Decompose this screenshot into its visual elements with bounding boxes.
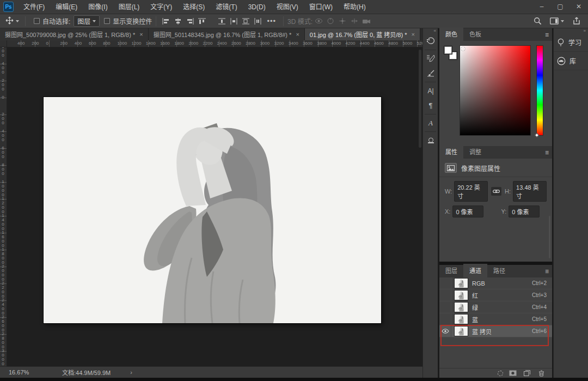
- align-right-icon[interactable]: [184, 16, 196, 27]
- close-icon[interactable]: ×: [412, 31, 415, 38]
- more-options-icon[interactable]: •••: [264, 17, 279, 25]
- status-bar: 16.67% 文档:44.9M/59.9M ›: [0, 366, 422, 378]
- visibility-toggle[interactable]: [439, 325, 451, 337]
- menu-item[interactable]: 编辑(E): [50, 0, 83, 14]
- distribute-vertical-icon[interactable]: [252, 16, 264, 27]
- panel-menu-icon[interactable]: ≡: [545, 268, 549, 275]
- expand-dock-chevron[interactable]: «: [423, 28, 438, 34]
- load-selection-icon[interactable]: [498, 371, 503, 376]
- document-tab[interactable]: 01.jpg @ 16.7% (图层 0, 蓝 拷贝/8) * ×: [305, 28, 420, 40]
- history-panel-icon[interactable]: [423, 34, 438, 49]
- tab-channels[interactable]: 通道: [463, 264, 487, 277]
- visibility-toggle[interactable]: [439, 301, 451, 313]
- align-left-icon[interactable]: [160, 16, 172, 27]
- clone-source-panel-icon[interactable]: [423, 133, 438, 148]
- libraries-panel-button[interactable]: 库: [554, 52, 588, 70]
- show-transform-checkbox[interactable]: [104, 18, 110, 24]
- align-center-horizontal-icon[interactable]: [172, 16, 184, 27]
- visibility-toggle[interactable]: [439, 277, 451, 289]
- tab-color[interactable]: 颜色: [439, 27, 463, 41]
- separator: [156, 16, 156, 26]
- menu-item[interactable]: 选择(S): [177, 0, 210, 14]
- menu-item[interactable]: 图层(L): [113, 0, 145, 14]
- width-field[interactable]: 20.22 英寸: [454, 181, 488, 202]
- tab-paths[interactable]: 路径: [487, 264, 511, 277]
- move-tool-chip[interactable]: [0, 16, 21, 26]
- tab-layers[interactable]: 图层: [439, 264, 463, 277]
- foreground-color-swatch[interactable]: [444, 46, 452, 55]
- channel-row[interactable]: 绿 Ctrl+4: [439, 301, 552, 313]
- panel-menu-icon[interactable]: ≡: [545, 31, 549, 39]
- pasteboard[interactable]: [7, 47, 422, 366]
- brush-settings-panel-icon[interactable]: [423, 51, 438, 66]
- saturation-brightness-picker[interactable]: [460, 45, 531, 136]
- ruler-label: 600: [1, 146, 5, 159]
- paragraph-panel-icon[interactable]: ¶: [423, 98, 438, 113]
- document-canvas[interactable]: [44, 97, 381, 323]
- ruler-label: 0: [46, 41, 48, 46]
- auto-select-checkbox[interactable]: [34, 18, 40, 24]
- visibility-toggle[interactable]: [439, 313, 451, 325]
- properties-scrollbar[interactable]: [549, 216, 550, 258]
- glyphs-panel-icon[interactable]: A: [423, 116, 438, 130]
- hue-slider-marker[interactable]: [535, 133, 539, 137]
- auto-select-dropdown[interactable]: 图层: [74, 15, 100, 27]
- status-menu-chevron-icon[interactable]: ›: [130, 369, 132, 376]
- distribute-bottom-icon[interactable]: [240, 16, 252, 27]
- horizontal-ruler[interactable]: 4002000200400600800100012001400160018002…: [7, 40, 422, 47]
- menu-item[interactable]: 视图(V): [271, 0, 304, 14]
- y-label: Y:: [501, 208, 506, 215]
- menu-item[interactable]: 滤镜(T): [210, 0, 242, 14]
- hue-slider[interactable]: [536, 45, 543, 136]
- menu-item[interactable]: 文件(F): [18, 0, 50, 14]
- maximize-button[interactable]: ▢: [551, 0, 569, 14]
- document-tab[interactable]: 摄图网_500799008.jpg @ 25% (图层 1, RGB/8) * …: [0, 28, 149, 40]
- channel-row[interactable]: 红 Ctrl+3: [439, 289, 552, 301]
- height-field[interactable]: 13.48 英寸: [513, 181, 547, 202]
- link-dimensions-icon[interactable]: [491, 187, 501, 196]
- close-icon[interactable]: ×: [139, 31, 143, 38]
- share-icon[interactable]: [571, 16, 583, 27]
- minimize-button[interactable]: –: [532, 0, 551, 14]
- new-channel-icon[interactable]: [523, 370, 531, 377]
- tab-properties[interactable]: 属性: [439, 145, 463, 159]
- canvas-scrollbar[interactable]: [419, 50, 421, 148]
- zoom-level-field[interactable]: 16.67%: [9, 369, 47, 376]
- brushes-panel-icon[interactable]: [423, 66, 438, 81]
- channel-row[interactable]: 蓝 Ctrl+5: [439, 313, 552, 325]
- close-button[interactable]: ✕: [569, 0, 588, 14]
- y-field[interactable]: 0 像素: [509, 205, 540, 217]
- x-field[interactable]: 0 像素: [452, 205, 483, 217]
- document-tab[interactable]: 摄图网_501148345.jpg @ 16.7% (图层 1, RGB/8#)…: [149, 28, 305, 40]
- channel-row[interactable]: 蓝 拷贝 Ctrl+6: [439, 325, 552, 337]
- vertical-ruler[interactable]: 6004002000200400600800100012001400160018…: [0, 47, 7, 366]
- distribute-center-h-icon[interactable]: [228, 16, 240, 27]
- foreground-background-swatches[interactable]: [444, 46, 459, 62]
- menu-item[interactable]: 窗口(W): [304, 0, 338, 14]
- ruler-label: 2800: [246, 41, 255, 46]
- character-panel-icon[interactable]: A|: [423, 83, 438, 98]
- learn-panel-button[interactable]: 学习: [554, 33, 588, 52]
- menu-item[interactable]: 帮助(H): [338, 0, 371, 14]
- chevron-down-icon: [16, 20, 19, 22]
- pixel-layer-icon: [445, 163, 457, 173]
- search-icon[interactable]: [531, 16, 543, 27]
- ruler-origin-corner[interactable]: [0, 40, 7, 47]
- workspace-switcher-icon[interactable]: [549, 16, 565, 27]
- collapse-dock-chevron[interactable]: »: [554, 28, 588, 33]
- menu-item[interactable]: 3D(D): [243, 0, 271, 14]
- channel-row[interactable]: RGB Ctrl+2: [439, 277, 552, 289]
- color-picker-marker[interactable]: [461, 47, 465, 51]
- tab-adjustments[interactable]: 调整: [463, 145, 487, 159]
- close-icon[interactable]: ×: [296, 31, 299, 38]
- ruler-label: 2400: [1, 298, 5, 315]
- panel-menu-icon[interactable]: ≡: [545, 149, 549, 156]
- menu-item[interactable]: 图像(I): [83, 0, 113, 14]
- save-selection-as-channel-icon[interactable]: [509, 370, 517, 377]
- distribute-top-icon[interactable]: [216, 16, 228, 27]
- align-top-icon[interactable]: [196, 16, 208, 27]
- tab-swatches[interactable]: 色板: [463, 27, 487, 41]
- visibility-toggle[interactable]: [439, 289, 451, 301]
- delete-channel-icon[interactable]: [537, 370, 546, 377]
- menu-item[interactable]: 文字(Y): [145, 0, 177, 14]
